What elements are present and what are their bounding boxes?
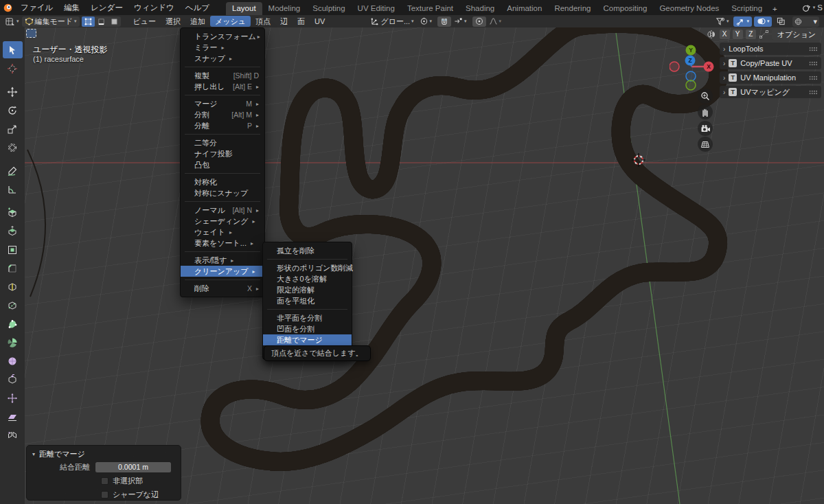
tab-texture-paint[interactable]: Texture Paint bbox=[401, 2, 459, 15]
sidebar-tab-uv-manipulation[interactable]: › T UV Manipulation bbox=[720, 71, 821, 84]
menu-item-split[interactable]: 分割[Alt] M▸ bbox=[181, 109, 264, 120]
tab-shading[interactable]: Shading bbox=[459, 2, 501, 15]
menu-item-snap-to-symmetry[interactable]: 対称にスナップ bbox=[181, 187, 264, 198]
orthographic-toggle-button[interactable] bbox=[698, 137, 713, 152]
tool-annotate[interactable] bbox=[3, 162, 23, 179]
submenu-item-decimate-geometry[interactable]: 形状のポリゴン数削減 bbox=[263, 262, 352, 273]
menu-item-normals[interactable]: ノーマル[Alt] N▸ bbox=[181, 205, 264, 216]
sidebar-tab-copy-paste-uv[interactable]: › T Copy/Paste UV bbox=[720, 57, 821, 69]
submenu-item-merge-by-distance[interactable]: 距離でマージ bbox=[263, 334, 352, 345]
tool-measure[interactable] bbox=[3, 181, 23, 198]
tab-rendering[interactable]: Rendering bbox=[548, 2, 597, 15]
shading-wireframe-button[interactable] bbox=[794, 18, 802, 25]
tool-add-cube[interactable] bbox=[3, 204, 23, 221]
gizmo-minus-z-axis[interactable] bbox=[686, 71, 696, 81]
menu-item-mirror[interactable]: ミラー▸ bbox=[181, 42, 264, 53]
menu-item-merge[interactable]: マージM▸ bbox=[181, 98, 264, 109]
menu-file[interactable]: ファイル bbox=[15, 0, 58, 15]
menu-item-convex-hull[interactable]: 凸包 bbox=[181, 159, 264, 170]
gizmos-toggle-dropdown[interactable]: ▾ bbox=[733, 16, 752, 27]
menu-edit[interactable]: 編集 bbox=[58, 0, 85, 15]
tool-edge-slide[interactable] bbox=[3, 371, 23, 388]
tool-cursor[interactable] bbox=[3, 60, 23, 77]
camera-view-button[interactable] bbox=[698, 121, 713, 136]
tab-layout[interactable]: Layout bbox=[226, 2, 262, 15]
tab-modeling[interactable]: Modeling bbox=[262, 2, 307, 15]
menu-item-separate[interactable]: 分離P▸ bbox=[181, 120, 264, 131]
mode-selector[interactable]: 編集モード ▾ bbox=[22, 16, 80, 27]
drag-grip-icon[interactable] bbox=[809, 90, 818, 95]
tab-animation[interactable]: Animation bbox=[501, 2, 548, 15]
menu-uv[interactable]: UV bbox=[310, 16, 330, 27]
tool-knife[interactable] bbox=[3, 297, 23, 314]
menu-item-cleanup[interactable]: クリーンアップ▸ bbox=[181, 266, 264, 277]
mirror-y-button[interactable]: Y bbox=[733, 30, 743, 39]
tool-rotate[interactable] bbox=[3, 102, 23, 119]
mirror-x-button[interactable]: X bbox=[720, 30, 730, 39]
menu-mesh[interactable]: メッシュ bbox=[210, 16, 251, 27]
submenu-item-delete-loose[interactable]: 孤立を削除 bbox=[263, 245, 352, 256]
menu-select[interactable]: 選択 bbox=[161, 16, 185, 27]
tool-bevel[interactable] bbox=[3, 260, 23, 277]
xray-toggle-button[interactable] bbox=[774, 16, 788, 27]
tool-tweak-select[interactable] bbox=[3, 41, 23, 58]
transform-orientation-dropdown[interactable]: グロー... ▾ bbox=[367, 16, 416, 27]
submenu-item-make-planar-faces[interactable]: 面を平坦化 bbox=[263, 295, 352, 306]
tool-transform[interactable] bbox=[3, 139, 23, 156]
add-workspace-button[interactable]: + bbox=[768, 3, 781, 15]
menu-item-transform[interactable]: トランスフォーム▸ bbox=[181, 31, 264, 42]
menu-item-shading[interactable]: シェーディング▸ bbox=[181, 216, 264, 227]
pivot-point-dropdown[interactable]: ▾ bbox=[417, 16, 435, 27]
operator-panel-header[interactable]: ▾ 距離でマージ bbox=[32, 448, 175, 459]
tool-inset-faces[interactable] bbox=[3, 241, 23, 258]
edge-select-button[interactable] bbox=[95, 16, 108, 27]
tab-scripting[interactable]: Scripting bbox=[725, 2, 768, 15]
merge-distance-field[interactable]: 0.0001 m bbox=[95, 462, 171, 472]
menu-item-knife-project[interactable]: ナイフ投影 bbox=[181, 148, 264, 159]
menu-window[interactable]: ウィンドウ bbox=[128, 0, 180, 15]
submenu-item-split-non-planar[interactable]: 非平面を分割 bbox=[263, 312, 352, 323]
tab-sculpting[interactable]: Sculpting bbox=[306, 2, 351, 15]
menu-item-extrude[interactable]: 押し出し[Alt] E▸ bbox=[181, 81, 264, 92]
menu-item-sort-elements[interactable]: 要素をソート...▸ bbox=[181, 238, 264, 249]
face-select-button[interactable] bbox=[108, 16, 121, 27]
tool-shear[interactable] bbox=[3, 408, 23, 425]
menu-render[interactable]: レンダー bbox=[85, 0, 128, 15]
vertex-select-button[interactable] bbox=[82, 16, 95, 27]
menu-item-duplicate[interactable]: 複製[Shift] D bbox=[181, 70, 264, 81]
menu-help[interactable]: ヘルプ bbox=[180, 0, 215, 15]
scene-selector[interactable]: ▾ S bbox=[802, 3, 824, 12]
drag-grip-icon[interactable] bbox=[809, 76, 818, 80]
editor-type-button[interactable]: ▾ bbox=[3, 16, 22, 27]
visibility-filter-dropdown[interactable]: ▾ bbox=[713, 16, 732, 27]
tab-compositing[interactable]: Compositing bbox=[597, 2, 653, 15]
tool-rip-region[interactable] bbox=[3, 426, 23, 444]
tool-extrude-region[interactable] bbox=[3, 222, 23, 240]
blender-logo-icon[interactable] bbox=[0, 3, 15, 13]
falloff-dropdown[interactable]: ▾ bbox=[486, 16, 505, 27]
menu-item-bisect[interactable]: 二等分 bbox=[181, 137, 264, 148]
tool-spin[interactable] bbox=[3, 334, 23, 351]
drag-grip-icon[interactable] bbox=[809, 61, 818, 66]
overlays-toggle-dropdown[interactable]: ▾ bbox=[754, 16, 772, 27]
gizmo-minus-y-axis[interactable] bbox=[686, 80, 696, 90]
active-tool-indicator-icon[interactable] bbox=[26, 29, 36, 38]
tool-smooth[interactable] bbox=[3, 352, 23, 369]
mirror-z-button[interactable]: Z bbox=[746, 30, 756, 39]
menu-vertex[interactable]: 頂点 bbox=[251, 16, 275, 27]
submenu-item-split-concave[interactable]: 凹面を分割 bbox=[263, 323, 352, 334]
gizmo-minus-x-axis[interactable] bbox=[670, 62, 679, 71]
menu-item-show-hide[interactable]: 表示/隠す▸ bbox=[181, 255, 264, 266]
options-button[interactable]: オプション bbox=[772, 29, 821, 40]
navigation-gizmo[interactable]: Y Z X bbox=[670, 38, 719, 91]
drag-grip-icon[interactable] bbox=[809, 47, 818, 51]
tool-poly-build[interactable] bbox=[3, 315, 23, 332]
snap-target-dropdown[interactable]: ▾ bbox=[451, 16, 470, 27]
pan-button[interactable] bbox=[698, 104, 713, 119]
menu-item-snap[interactable]: スナップ▸ bbox=[181, 53, 264, 64]
menu-face[interactable]: 面 bbox=[293, 16, 310, 27]
menu-view[interactable]: ビュー bbox=[128, 16, 161, 27]
tool-scale[interactable] bbox=[3, 120, 23, 137]
submenu-item-limited-dissolve[interactable]: 限定的溶解 bbox=[263, 284, 352, 295]
sidebar-tab-uv-mapping[interactable]: › T UVマッピング bbox=[720, 86, 821, 98]
